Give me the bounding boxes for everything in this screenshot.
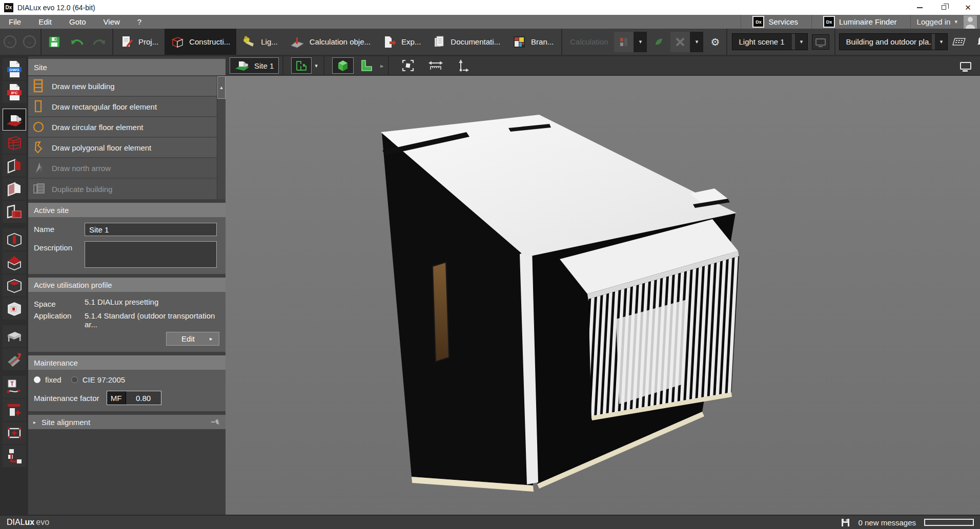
redo-button[interactable] bbox=[88, 31, 111, 53]
undo-button[interactable] bbox=[66, 31, 88, 53]
notifications-button[interactable] bbox=[970, 31, 980, 53]
site-tool-button[interactable] bbox=[3, 109, 26, 131]
scroll-up-button[interactable]: ▲ bbox=[217, 76, 226, 99]
zoom-fit-button[interactable] bbox=[397, 57, 419, 74]
menu-help[interactable]: ? bbox=[129, 15, 150, 29]
tool-draw-north-arrow[interactable]: Draw north arrow bbox=[28, 158, 226, 179]
text-label-tool-button[interactable]: T bbox=[3, 376, 26, 398]
window-door-icon bbox=[6, 301, 23, 317]
menu-view[interactable]: View bbox=[95, 15, 129, 29]
roof-tool-button[interactable] bbox=[3, 251, 26, 273]
active-site-body: Name Description bbox=[28, 217, 226, 274]
opening-tool-button[interactable] bbox=[3, 422, 26, 444]
edit-profile-button[interactable]: Edit ▸ bbox=[166, 332, 219, 346]
window-tool-button[interactable] bbox=[3, 298, 26, 320]
menu-goto[interactable]: Goto bbox=[60, 15, 95, 29]
divider bbox=[323, 56, 324, 75]
radio-fixed[interactable] bbox=[34, 376, 40, 383]
name-label: Name bbox=[34, 223, 85, 234]
schematic-tool-button[interactable] bbox=[3, 445, 26, 467]
tool-draw-polygonal-floor[interactable]: Draw polygonal floor element bbox=[28, 138, 226, 158]
tab-light[interactable]: Lig... bbox=[236, 29, 284, 55]
view-plan-button[interactable] bbox=[358, 57, 375, 74]
column-in-room-icon bbox=[6, 231, 23, 248]
user-avatar[interactable] bbox=[964, 15, 977, 29]
cancel-dropdown[interactable]: ▾ bbox=[690, 32, 703, 52]
viewport-3d[interactable] bbox=[226, 76, 980, 515]
maintenance-factor-label: Maintenance factor bbox=[34, 394, 99, 403]
site-alignment-expander[interactable]: ▸ Site alignment bbox=[28, 415, 226, 429]
restore-button[interactable] bbox=[932, 0, 956, 15]
building-tool-button[interactable] bbox=[3, 132, 26, 154]
measure-width-button[interactable] bbox=[423, 57, 448, 74]
import-dwg-button[interactable]: DWG bbox=[3, 58, 26, 80]
cancel-calculation-button[interactable]: ▾ bbox=[670, 32, 703, 52]
tab-project[interactable]: Proj... bbox=[115, 29, 165, 55]
ceiling-tool-button[interactable] bbox=[3, 274, 26, 297]
import-ifc-button[interactable]: IFC bbox=[3, 81, 26, 103]
tab-construction[interactable]: Constructi... bbox=[165, 29, 236, 55]
radio-cie[interactable] bbox=[71, 376, 78, 383]
monitor-icon bbox=[960, 62, 971, 70]
calculation-settings-button[interactable]: ⚙ bbox=[705, 31, 725, 53]
floor-plan-view-button[interactable] bbox=[291, 57, 312, 74]
light-scene-select[interactable]: Light scene 1 ▾ bbox=[732, 33, 808, 50]
view-cycle-button[interactable]: ▸ bbox=[379, 57, 385, 74]
view-3d-button[interactable] bbox=[332, 57, 354, 74]
tab-documentation[interactable]: Documentati... bbox=[427, 29, 506, 55]
tool-list-scrollbar[interactable]: ▲ bbox=[217, 76, 226, 199]
wall-tool-button[interactable] bbox=[3, 155, 26, 177]
divider bbox=[834, 29, 835, 55]
wall-filled-icon bbox=[6, 181, 23, 197]
extrusion-tool-button[interactable] bbox=[3, 399, 26, 421]
chevron-down-icon[interactable]: ▾ bbox=[932, 34, 947, 50]
building-3d-render[interactable] bbox=[226, 76, 980, 515]
pin-icon[interactable] bbox=[211, 418, 220, 426]
shortcut-pad-button[interactable] bbox=[948, 31, 970, 53]
site-name-input[interactable] bbox=[85, 223, 217, 236]
site-scope-button[interactable]: Site 1 bbox=[230, 57, 279, 74]
floor-tool-button[interactable] bbox=[3, 201, 26, 223]
extrude-plus-icon bbox=[6, 402, 23, 418]
messages-count[interactable]: 0 new messages bbox=[858, 518, 916, 527]
display-options-button[interactable] bbox=[955, 57, 976, 74]
history-forward-button[interactable]: → bbox=[19, 35, 39, 48]
divider bbox=[40, 29, 42, 55]
tool-draw-rectangular-floor[interactable]: Draw rectangular floor element bbox=[28, 97, 226, 117]
history-back-button[interactable]: ← bbox=[0, 35, 19, 48]
measure-height-button[interactable] bbox=[452, 57, 475, 74]
tab-calculation-objects[interactable]: Calculation obje... bbox=[284, 29, 377, 55]
start-calculation-button[interactable]: ▾ bbox=[614, 32, 647, 52]
menu-edit[interactable]: Edit bbox=[30, 15, 60, 29]
services-button[interactable]: Dx Services bbox=[741, 15, 811, 29]
save-button[interactable] bbox=[43, 31, 66, 53]
energy-leaf-button[interactable] bbox=[649, 32, 668, 52]
tab-brands[interactable]: Bran... bbox=[506, 29, 560, 55]
floor-slabs-icon bbox=[6, 204, 23, 220]
tab-export[interactable]: Exp... bbox=[377, 29, 427, 55]
menu-bar: File Edit Goto View ? Dx Services Dx Lum… bbox=[0, 15, 980, 29]
minimize-button[interactable] bbox=[908, 0, 932, 15]
materials-tool-button[interactable] bbox=[3, 348, 26, 370]
maintenance-factor-input[interactable] bbox=[126, 391, 161, 405]
wall-surface-tool-button[interactable] bbox=[3, 178, 26, 200]
export-page-icon bbox=[383, 35, 396, 49]
close-button[interactable]: ✕ bbox=[956, 0, 980, 15]
luminaire-finder-button[interactable]: Dx Luminaire Finder bbox=[812, 15, 910, 29]
planning-mode-select[interactable]: Building and outdoor pla... ▾ bbox=[839, 33, 948, 50]
menu-file[interactable]: File bbox=[0, 15, 30, 29]
tool-draw-circular-floor[interactable]: Draw circular floor element bbox=[28, 117, 226, 138]
dx-services-icon: Dx bbox=[752, 16, 764, 28]
tool-draw-new-building[interactable]: Draw new building bbox=[28, 76, 226, 97]
floor-plan-dropdown[interactable]: ▾ bbox=[313, 57, 320, 74]
site-description-input[interactable] bbox=[85, 241, 217, 268]
calculation-dropdown[interactable]: ▾ bbox=[634, 32, 647, 52]
space-value: 5.1 DIALux presetting bbox=[85, 298, 158, 306]
light-scene-view-button[interactable] bbox=[812, 34, 829, 50]
column-tool-button[interactable] bbox=[3, 228, 26, 250]
close-icon: ✕ bbox=[965, 3, 971, 12]
furniture-tool-button[interactable] bbox=[3, 325, 26, 347]
logged-in-menu[interactable]: Logged in ▾ bbox=[911, 15, 964, 29]
chevron-down-icon[interactable]: ▾ bbox=[792, 34, 807, 50]
tool-duplicate-building[interactable]: Duplicate building bbox=[28, 179, 226, 199]
